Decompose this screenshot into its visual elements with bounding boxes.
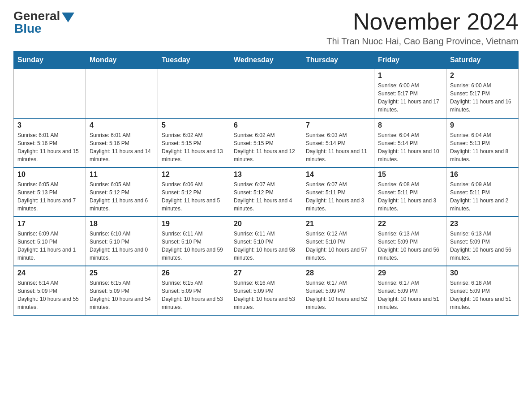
- calendar-cell: [158, 69, 230, 118]
- calendar-cell: 11Sunrise: 6:05 AMSunset: 5:12 PMDayligh…: [86, 167, 158, 217]
- day-info: Sunrise: 6:04 AMSunset: 5:14 PMDaylight:…: [378, 131, 442, 163]
- calendar-cell: 29Sunrise: 6:17 AMSunset: 5:09 PMDayligh…: [374, 266, 446, 315]
- calendar-cell: 14Sunrise: 6:07 AMSunset: 5:11 PMDayligh…: [302, 167, 374, 217]
- calendar-cell: 17Sunrise: 6:09 AMSunset: 5:10 PMDayligh…: [14, 217, 86, 266]
- page-header: General Blue November 2024 Thi Tran Nuoc…: [13, 9, 519, 47]
- day-info: Sunrise: 6:09 AMSunset: 5:10 PMDaylight:…: [17, 230, 82, 262]
- day-info: Sunrise: 6:01 AMSunset: 5:16 PMDaylight:…: [17, 131, 82, 163]
- header-day-saturday: Saturday: [446, 51, 519, 69]
- day-number: 16: [450, 171, 515, 179]
- calendar-cell: 21Sunrise: 6:12 AMSunset: 5:10 PMDayligh…: [302, 217, 374, 266]
- day-info: Sunrise: 6:13 AMSunset: 5:09 PMDaylight:…: [450, 230, 515, 262]
- day-info: Sunrise: 6:13 AMSunset: 5:09 PMDaylight:…: [378, 230, 442, 262]
- day-number: 14: [306, 171, 370, 179]
- calendar-cell: 4Sunrise: 6:01 AMSunset: 5:16 PMDaylight…: [86, 118, 158, 167]
- header-day-monday: Monday: [86, 51, 158, 69]
- day-number: 20: [234, 220, 298, 228]
- day-number: 9: [450, 121, 515, 129]
- day-number: 11: [90, 171, 154, 179]
- day-number: 30: [450, 269, 515, 277]
- day-number: 24: [17, 269, 82, 277]
- calendar-cell: [230, 69, 302, 118]
- title-section: November 2024 Thi Tran Nuoc Hai, Cao Ban…: [326, 9, 519, 47]
- calendar-cell: 20Sunrise: 6:11 AMSunset: 5:10 PMDayligh…: [230, 217, 302, 266]
- day-number: 7: [306, 121, 370, 129]
- calendar-cell: [302, 69, 374, 118]
- day-info: Sunrise: 6:14 AMSunset: 5:09 PMDaylight:…: [17, 279, 82, 311]
- day-number: 8: [378, 121, 442, 129]
- calendar-cell: 23Sunrise: 6:13 AMSunset: 5:09 PMDayligh…: [446, 217, 519, 266]
- day-info: Sunrise: 6:07 AMSunset: 5:12 PMDaylight:…: [234, 180, 298, 213]
- day-number: 5: [162, 121, 226, 129]
- calendar-cell: 22Sunrise: 6:13 AMSunset: 5:09 PMDayligh…: [374, 217, 446, 266]
- calendar-cell: [86, 69, 158, 118]
- day-number: 29: [378, 269, 442, 277]
- header-row: SundayMondayTuesdayWednesdayThursdayFrid…: [14, 51, 519, 69]
- day-number: 28: [306, 269, 370, 277]
- calendar-cell: 2Sunrise: 6:00 AMSunset: 5:17 PMDaylight…: [446, 69, 519, 118]
- calendar-cell: 8Sunrise: 6:04 AMSunset: 5:14 PMDaylight…: [374, 118, 446, 167]
- week-row-2: 3Sunrise: 6:01 AMSunset: 5:16 PMDaylight…: [14, 118, 519, 167]
- day-info: Sunrise: 6:16 AMSunset: 5:09 PMDaylight:…: [234, 279, 298, 311]
- day-info: Sunrise: 6:02 AMSunset: 5:15 PMDaylight:…: [162, 131, 226, 163]
- day-info: Sunrise: 6:08 AMSunset: 5:11 PMDaylight:…: [378, 180, 442, 213]
- calendar-table: SundayMondayTuesdayWednesdayThursdayFrid…: [13, 51, 519, 316]
- day-number: 21: [306, 220, 370, 228]
- calendar-cell: 12Sunrise: 6:06 AMSunset: 5:12 PMDayligh…: [158, 167, 230, 217]
- day-info: Sunrise: 6:00 AMSunset: 5:17 PMDaylight:…: [450, 81, 515, 114]
- header-day-friday: Friday: [374, 51, 446, 69]
- day-info: Sunrise: 6:09 AMSunset: 5:11 PMDaylight:…: [450, 180, 515, 213]
- day-info: Sunrise: 6:10 AMSunset: 5:10 PMDaylight:…: [90, 230, 154, 262]
- calendar-cell: 30Sunrise: 6:18 AMSunset: 5:09 PMDayligh…: [446, 266, 519, 315]
- calendar-cell: 7Sunrise: 6:03 AMSunset: 5:14 PMDaylight…: [302, 118, 374, 167]
- day-info: Sunrise: 6:06 AMSunset: 5:12 PMDaylight:…: [162, 180, 226, 213]
- day-number: 12: [162, 171, 226, 179]
- day-info: Sunrise: 6:12 AMSunset: 5:10 PMDaylight:…: [306, 230, 370, 262]
- logo: General Blue: [13, 9, 74, 36]
- day-number: 25: [90, 269, 154, 277]
- day-number: 23: [450, 220, 515, 228]
- calendar-cell: 28Sunrise: 6:17 AMSunset: 5:09 PMDayligh…: [302, 266, 374, 315]
- day-info: Sunrise: 6:03 AMSunset: 5:14 PMDaylight:…: [306, 131, 370, 163]
- week-row-4: 17Sunrise: 6:09 AMSunset: 5:10 PMDayligh…: [14, 217, 519, 266]
- calendar-cell: 19Sunrise: 6:11 AMSunset: 5:10 PMDayligh…: [158, 217, 230, 266]
- day-info: Sunrise: 6:15 AMSunset: 5:09 PMDaylight:…: [162, 279, 226, 311]
- day-info: Sunrise: 6:07 AMSunset: 5:11 PMDaylight:…: [306, 180, 370, 213]
- calendar-cell: 26Sunrise: 6:15 AMSunset: 5:09 PMDayligh…: [158, 266, 230, 315]
- week-row-3: 10Sunrise: 6:05 AMSunset: 5:13 PMDayligh…: [14, 167, 519, 217]
- calendar-cell: 6Sunrise: 6:02 AMSunset: 5:15 PMDaylight…: [230, 118, 302, 167]
- calendar-cell: 3Sunrise: 6:01 AMSunset: 5:16 PMDaylight…: [14, 118, 86, 167]
- week-row-5: 24Sunrise: 6:14 AMSunset: 5:09 PMDayligh…: [14, 266, 519, 315]
- week-row-1: 1Sunrise: 6:00 AMSunset: 5:17 PMDaylight…: [14, 69, 519, 118]
- day-info: Sunrise: 6:00 AMSunset: 5:17 PMDaylight:…: [378, 81, 442, 114]
- day-number: 3: [17, 121, 82, 129]
- calendar-cell: 25Sunrise: 6:15 AMSunset: 5:09 PMDayligh…: [86, 266, 158, 315]
- day-number: 2: [450, 72, 515, 80]
- calendar-cell: 5Sunrise: 6:02 AMSunset: 5:15 PMDaylight…: [158, 118, 230, 167]
- header-day-thursday: Thursday: [302, 51, 374, 69]
- logo-triangle-icon: [62, 13, 74, 22]
- day-info: Sunrise: 6:11 AMSunset: 5:10 PMDaylight:…: [162, 230, 226, 262]
- day-number: 27: [234, 269, 298, 277]
- day-number: 17: [17, 220, 82, 228]
- day-info: Sunrise: 6:18 AMSunset: 5:09 PMDaylight:…: [450, 279, 515, 311]
- calendar-cell: 27Sunrise: 6:16 AMSunset: 5:09 PMDayligh…: [230, 266, 302, 315]
- day-info: Sunrise: 6:01 AMSunset: 5:16 PMDaylight:…: [90, 131, 154, 163]
- day-number: 19: [162, 220, 226, 228]
- calendar-cell: 18Sunrise: 6:10 AMSunset: 5:10 PMDayligh…: [86, 217, 158, 266]
- day-info: Sunrise: 6:05 AMSunset: 5:13 PMDaylight:…: [17, 180, 82, 213]
- calendar-cell: [14, 69, 86, 118]
- day-info: Sunrise: 6:17 AMSunset: 5:09 PMDaylight:…: [378, 279, 442, 311]
- logo-blue-text: Blue: [14, 21, 42, 36]
- day-number: 1: [378, 72, 442, 80]
- day-number: 22: [378, 220, 442, 228]
- header-day-wednesday: Wednesday: [230, 51, 302, 69]
- day-number: 10: [17, 171, 82, 179]
- day-number: 13: [234, 171, 298, 179]
- day-number: 6: [234, 121, 298, 129]
- calendar-cell: 16Sunrise: 6:09 AMSunset: 5:11 PMDayligh…: [446, 167, 519, 217]
- calendar-cell: 10Sunrise: 6:05 AMSunset: 5:13 PMDayligh…: [14, 167, 86, 217]
- calendar-body: 1Sunrise: 6:00 AMSunset: 5:17 PMDaylight…: [14, 69, 519, 315]
- calendar-cell: 9Sunrise: 6:04 AMSunset: 5:13 PMDaylight…: [446, 118, 519, 167]
- location-text: Thi Tran Nuoc Hai, Cao Bang Province, Vi…: [326, 36, 519, 47]
